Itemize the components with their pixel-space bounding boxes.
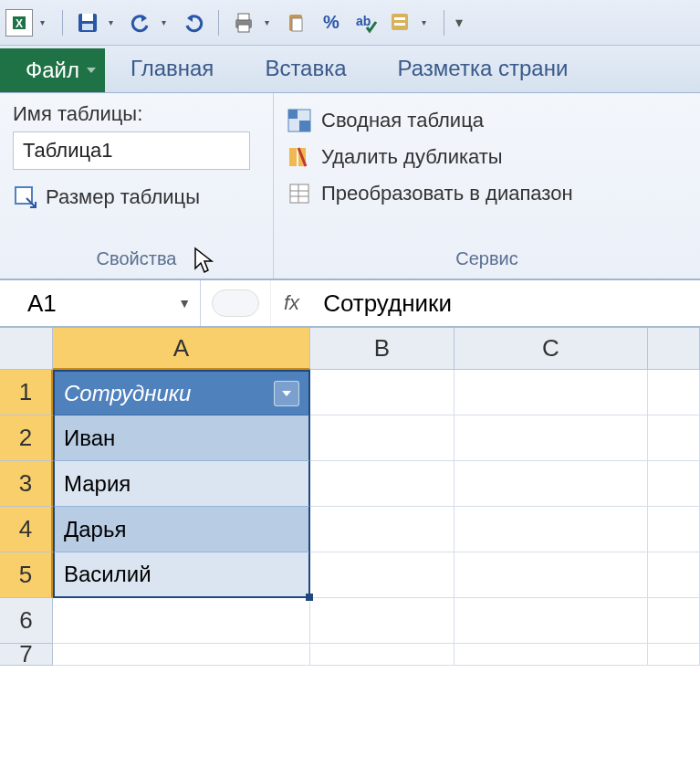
ribbon-group-tools: Сводная таблица Удалить дубликаты Преобр… <box>274 93 700 279</box>
chevron-down-icon[interactable]: ▾ <box>422 17 433 27</box>
svg-text:X: X <box>16 17 23 30</box>
cell-c4[interactable] <box>454 507 648 552</box>
pivot-icon <box>287 108 312 133</box>
column-header-d[interactable] <box>648 328 700 370</box>
spreadsheet-grid: A B C 1 Сотрудники 2 Иван 3 Мария 4 Дарь… <box>0 328 700 666</box>
cell-b5[interactable] <box>310 552 454 598</box>
print-button[interactable] <box>230 9 257 37</box>
cell-d6[interactable] <box>648 598 700 644</box>
tab-page-layout[interactable]: Разметка страни <box>372 47 594 92</box>
name-box[interactable]: A1 ▼ <box>0 280 201 326</box>
cell-a3[interactable]: Мария <box>53 461 310 507</box>
spellcheck-icon: ab <box>354 11 378 35</box>
cell-d3[interactable] <box>648 461 700 507</box>
save-button[interactable] <box>74 9 101 37</box>
cell-d4[interactable] <box>648 507 700 552</box>
table-header-text: Сотрудники <box>64 381 191 406</box>
selection-handle[interactable] <box>306 594 313 601</box>
row-header-2[interactable]: 2 <box>0 415 53 461</box>
quick-access-toolbar: X ▾ ▾ ▾ ▾ % ab ▾ ▾ <box>0 0 700 46</box>
fx-icon[interactable]: fx <box>271 280 312 326</box>
undo-icon <box>129 11 152 35</box>
cell-a7[interactable] <box>53 644 310 666</box>
paste-button[interactable] <box>283 9 310 37</box>
cell-c7[interactable] <box>454 644 648 666</box>
cell-b6[interactable] <box>310 598 454 644</box>
redo-button[interactable] <box>180 9 207 37</box>
row-header-1[interactable]: 1 <box>0 370 53 415</box>
tab-file[interactable]: Файл <box>0 48 105 92</box>
chevron-down-icon[interactable]: ▼ <box>178 296 191 310</box>
cell-b7[interactable] <box>310 644 454 666</box>
svg-rect-17 <box>299 121 310 131</box>
tab-insert[interactable]: Вставка <box>239 47 371 92</box>
formula-bar: A1 ▼ fx Сотрудники <box>0 280 700 328</box>
formula-input[interactable]: Сотрудники <box>312 280 700 326</box>
separator <box>218 10 219 36</box>
undo-button[interactable] <box>127 9 154 37</box>
svg-rect-3 <box>82 14 93 21</box>
cell-a4[interactable]: Дарья <box>53 507 310 552</box>
svg-rect-9 <box>292 18 302 31</box>
cell-c3[interactable] <box>454 461 648 507</box>
row-header-5[interactable]: 5 <box>0 552 53 598</box>
svg-rect-11 <box>392 14 408 30</box>
svg-text:ab: ab <box>356 14 371 28</box>
svg-rect-16 <box>288 110 298 119</box>
table-name-input[interactable] <box>13 131 250 170</box>
resize-table-button[interactable]: Размер таблицы <box>13 184 260 210</box>
name-box-value: A1 <box>27 289 57 318</box>
formula-buttons <box>201 280 271 326</box>
chevron-down-icon <box>281 388 292 399</box>
row-header-6[interactable]: 6 <box>0 598 53 644</box>
svg-rect-18 <box>289 148 297 166</box>
settings-button[interactable] <box>387 9 414 37</box>
row-header-3[interactable]: 3 <box>0 461 53 507</box>
cell-c2[interactable] <box>454 415 648 461</box>
pivot-table-button[interactable]: Сводная таблица <box>287 102 687 139</box>
cell-b1[interactable] <box>310 370 454 415</box>
cell-b3[interactable] <box>310 461 454 507</box>
cell-b2[interactable] <box>310 415 454 461</box>
cell-a5-text: Василий <box>64 562 151 587</box>
filter-dropdown-button[interactable] <box>274 381 299 406</box>
chevron-down-icon[interactable]: ▾ <box>265 17 276 27</box>
column-header-c[interactable]: C <box>454 328 648 370</box>
cell-d5[interactable] <box>648 552 700 598</box>
cell-d1[interactable] <box>648 370 700 415</box>
ribbon-group-properties: Имя таблицы: Размер таблицы Свойства <box>0 93 274 279</box>
cell-d2[interactable] <box>648 415 700 461</box>
svg-rect-6 <box>238 14 249 20</box>
resize-icon <box>13 184 38 210</box>
cancel-formula-icon[interactable] <box>212 289 259 317</box>
row-header-7[interactable]: 7 <box>0 644 53 666</box>
percent-button[interactable]: % <box>318 9 345 37</box>
cell-c6[interactable] <box>454 598 648 644</box>
tab-home[interactable]: Главная <box>105 47 239 92</box>
column-header-b[interactable]: B <box>310 328 454 370</box>
column-header-a[interactable]: A <box>53 328 310 370</box>
cell-b4[interactable] <box>310 507 454 552</box>
cell-c1[interactable] <box>454 370 648 415</box>
select-all-corner[interactable] <box>0 328 53 370</box>
cell-a5[interactable]: Василий <box>53 552 310 598</box>
excel-logo-icon: X <box>5 9 33 37</box>
customize-qat-icon[interactable]: ▾ <box>455 14 466 31</box>
row-header-4[interactable]: 4 <box>0 507 53 552</box>
cell-c5[interactable] <box>454 552 648 598</box>
chevron-down-icon[interactable]: ▾ <box>40 17 51 27</box>
cell-a2[interactable]: Иван <box>53 415 310 461</box>
spellcheck-button[interactable]: ab <box>352 9 380 37</box>
remove-duplicates-button[interactable]: Удалить дубликаты <box>287 139 687 175</box>
group-label-tools: Сервис <box>287 245 687 275</box>
pivot-label: Сводная таблица <box>321 109 484 132</box>
resize-table-label: Размер таблицы <box>46 185 200 209</box>
svg-rect-21 <box>290 184 308 203</box>
convert-to-range-button[interactable]: Преобразовать в диапазон <box>287 175 687 212</box>
table-header-cell[interactable]: Сотрудники <box>53 370 310 415</box>
cell-d7[interactable] <box>648 644 700 666</box>
cell-a6[interactable] <box>53 598 310 644</box>
chevron-down-icon[interactable]: ▾ <box>109 17 120 27</box>
ribbon-tabs: Файл Главная Вставка Разметка страни <box>0 46 700 93</box>
chevron-down-icon[interactable]: ▾ <box>162 17 172 27</box>
